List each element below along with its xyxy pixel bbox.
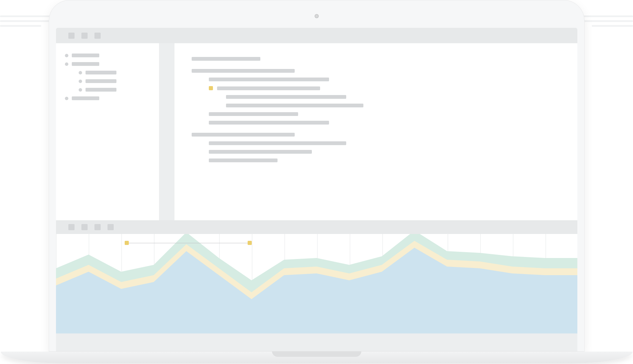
laptop-mockup [49,0,585,363]
sidebar-item[interactable] [79,79,150,83]
laptop-base [1,352,633,363]
chart-toolbar [56,220,577,234]
text-placeholder [192,57,260,61]
content-line [226,104,560,107]
content-line [192,133,560,137]
text-placeholder [226,95,346,99]
content-line [209,112,560,116]
chart-area [56,234,577,333]
range-handle-right-icon[interactable] [248,241,252,245]
text-placeholder [209,112,298,116]
bullet-icon [65,54,68,57]
content-line [192,69,560,73]
content-line [192,57,560,61]
top-app-bar [56,28,577,43]
bullet-icon [79,80,82,83]
content-line [209,158,560,162]
stacked-area-chart [56,234,577,333]
bullet-icon [79,88,82,92]
range-track[interactable] [129,243,248,243]
laptop-lid [49,0,585,352]
nav-label-placeholder [72,96,99,100]
toolbar-button[interactable] [94,224,101,230]
text-placeholder [209,150,312,154]
sidebar-item[interactable] [79,88,150,92]
sidebar-item[interactable] [65,96,150,100]
toolbar-button[interactable] [68,224,75,230]
content-line [209,141,560,145]
text-placeholder [209,141,346,145]
nav-label-placeholder [72,54,99,57]
content-line [209,150,560,154]
highlight-marker-icon [209,86,213,90]
sidebar-item[interactable] [65,62,150,66]
bullet-icon [65,62,68,66]
content-line [209,121,560,125]
content-line [209,78,560,81]
content-line [209,86,560,90]
laptop-notch [272,351,361,357]
window-control-icon[interactable] [81,33,88,39]
text-placeholder [192,69,295,73]
nav-label-placeholder [86,88,116,92]
text-placeholder [209,121,329,125]
toolbar-button[interactable] [81,224,88,230]
nav-label-placeholder [72,62,99,66]
text-placeholder [209,158,278,162]
nav-label-placeholder [86,79,116,83]
bullet-icon [79,71,82,74]
screen [56,28,577,351]
camera-dot-icon [315,14,319,18]
text-placeholder [192,133,295,137]
window-control-icon[interactable] [68,33,75,39]
text-placeholder [217,86,320,90]
range-selector[interactable] [125,241,252,245]
content-pane [174,43,577,220]
bullet-icon [65,97,68,100]
text-placeholder [209,78,329,81]
sidebar [56,43,159,220]
window-control-icon[interactable] [94,33,101,39]
range-handle-left-icon[interactable] [125,241,129,245]
sidebar-item[interactable] [65,54,150,57]
nav-label-placeholder [86,71,116,74]
sidebar-item[interactable] [79,71,150,74]
text-placeholder [226,104,363,107]
toolbar-button[interactable] [108,224,114,230]
content-line [226,95,560,99]
